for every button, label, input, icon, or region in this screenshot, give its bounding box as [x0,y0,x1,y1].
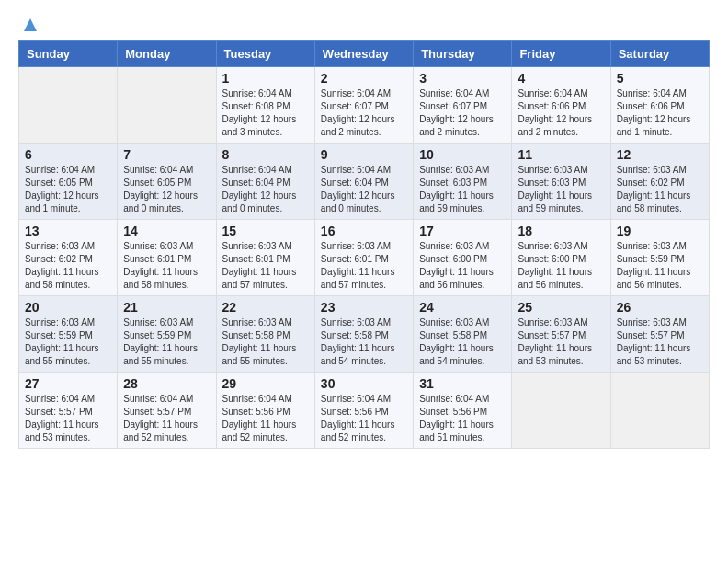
calendar-cell: 28Sunrise: 6:04 AM Sunset: 5:57 PM Dayli… [118,373,216,449]
day-number: 12 [617,147,703,162]
day-info: Sunrise: 6:04 AM Sunset: 5:56 PM Dayligh… [321,393,407,444]
day-info: Sunrise: 6:03 AM Sunset: 5:59 PM Dayligh… [123,316,210,368]
calendar-cell: 6Sunrise: 6:04 AM Sunset: 6:05 PM Daylig… [19,144,118,220]
calendar-cell [19,67,118,144]
day-info: Sunrise: 6:04 AM Sunset: 5:56 PM Dayligh… [222,393,309,444]
day-info: Sunrise: 6:04 AM Sunset: 6:05 PM Dayligh… [25,164,111,215]
calendar-cell: 2Sunrise: 6:04 AM Sunset: 6:07 PM Daylig… [314,67,413,144]
calendar-week-row: 20Sunrise: 6:03 AM Sunset: 5:59 PM Dayli… [19,296,710,373]
day-info: Sunrise: 6:03 AM Sunset: 5:57 PM Dayligh… [617,316,703,368]
day-info: Sunrise: 6:03 AM Sunset: 6:03 PM Dayligh… [518,164,604,215]
day-number: 22 [222,300,309,315]
day-number: 8 [222,147,309,162]
day-number: 18 [518,224,604,238]
day-info: Sunrise: 6:04 AM Sunset: 6:04 PM Dayligh… [222,164,309,215]
day-info: Sunrise: 6:04 AM Sunset: 6:08 PM Dayligh… [222,87,309,139]
logo [18,18,40,31]
svg-marker-0 [24,18,37,31]
calendar-cell: 15Sunrise: 6:03 AM Sunset: 6:01 PM Dayli… [216,220,314,296]
day-info: Sunrise: 6:03 AM Sunset: 5:59 PM Dayligh… [617,240,703,292]
calendar-cell: 18Sunrise: 6:03 AM Sunset: 6:00 PM Dayli… [512,220,610,296]
calendar-cell: 10Sunrise: 6:03 AM Sunset: 6:03 PM Dayli… [414,144,512,220]
header-saturday: Saturday [610,41,709,67]
day-info: Sunrise: 6:04 AM Sunset: 6:06 PM Dayligh… [617,87,703,139]
day-number: 6 [25,147,111,162]
calendar-week-row: 1Sunrise: 6:04 AM Sunset: 6:08 PM Daylig… [19,67,710,144]
calendar-cell: 12Sunrise: 6:03 AM Sunset: 6:02 PM Dayli… [610,144,709,220]
day-number: 21 [123,300,210,315]
calendar-cell: 1Sunrise: 6:04 AM Sunset: 6:08 PM Daylig… [216,67,314,144]
day-number: 19 [617,224,703,238]
calendar-cell: 4Sunrise: 6:04 AM Sunset: 6:06 PM Daylig… [512,67,610,144]
logo-arrow-icon [20,15,40,35]
calendar-cell: 14Sunrise: 6:03 AM Sunset: 6:01 PM Dayli… [118,220,216,296]
day-number: 23 [321,300,407,315]
day-number: 4 [518,71,604,86]
day-number: 9 [321,147,407,162]
calendar-cell: 16Sunrise: 6:03 AM Sunset: 6:01 PM Dayli… [314,220,413,296]
calendar-cell: 9Sunrise: 6:04 AM Sunset: 6:04 PM Daylig… [314,144,413,220]
day-number: 29 [222,376,309,391]
day-info: Sunrise: 6:03 AM Sunset: 6:02 PM Dayligh… [25,240,111,292]
calendar-cell [118,67,216,144]
day-number: 17 [419,224,506,238]
day-info: Sunrise: 6:04 AM Sunset: 6:06 PM Dayligh… [518,87,604,139]
day-number: 27 [25,376,111,391]
day-number: 13 [25,224,111,238]
header-sunday: Sunday [19,41,118,67]
calendar-cell: 11Sunrise: 6:03 AM Sunset: 6:03 PM Dayli… [512,144,610,220]
calendar-cell: 22Sunrise: 6:03 AM Sunset: 5:58 PM Dayli… [216,296,314,373]
day-number: 7 [123,147,210,162]
day-number: 30 [321,376,407,391]
day-number: 16 [321,224,407,238]
calendar-cell: 3Sunrise: 6:04 AM Sunset: 6:07 PM Daylig… [414,67,512,144]
day-info: Sunrise: 6:04 AM Sunset: 6:05 PM Dayligh… [123,164,210,215]
calendar-cell [610,373,709,449]
day-info: Sunrise: 6:03 AM Sunset: 6:00 PM Dayligh… [518,240,604,292]
day-info: Sunrise: 6:03 AM Sunset: 5:58 PM Dayligh… [321,316,407,368]
calendar-cell: 23Sunrise: 6:03 AM Sunset: 5:58 PM Dayli… [314,296,413,373]
day-number: 24 [419,300,506,315]
calendar-cell: 24Sunrise: 6:03 AM Sunset: 5:58 PM Dayli… [414,296,512,373]
day-info: Sunrise: 6:04 AM Sunset: 5:57 PM Dayligh… [123,393,210,444]
day-number: 1 [222,71,309,86]
day-number: 14 [123,224,210,238]
day-number: 3 [419,71,506,86]
day-info: Sunrise: 6:03 AM Sunset: 5:58 PM Dayligh… [222,316,309,368]
calendar-cell: 8Sunrise: 6:04 AM Sunset: 6:04 PM Daylig… [216,144,314,220]
header-monday: Monday [118,41,216,67]
day-number: 5 [617,71,703,86]
calendar-cell: 29Sunrise: 6:04 AM Sunset: 5:56 PM Dayli… [216,373,314,449]
calendar-cell: 30Sunrise: 6:04 AM Sunset: 5:56 PM Dayli… [314,373,413,449]
calendar-cell: 5Sunrise: 6:04 AM Sunset: 6:06 PM Daylig… [610,67,709,144]
header-thursday: Thursday [414,41,512,67]
header-friday: Friday [512,41,610,67]
day-number: 2 [321,71,407,86]
day-number: 31 [419,376,506,391]
day-info: Sunrise: 6:03 AM Sunset: 5:58 PM Dayligh… [419,316,506,368]
calendar-table: Sunday Monday Tuesday Wednesday Thursday… [18,40,710,449]
weekday-header-row: Sunday Monday Tuesday Wednesday Thursday… [19,41,710,67]
day-info: Sunrise: 6:04 AM Sunset: 5:57 PM Dayligh… [25,393,111,444]
calendar-cell: 21Sunrise: 6:03 AM Sunset: 5:59 PM Dayli… [118,296,216,373]
day-info: Sunrise: 6:03 AM Sunset: 6:02 PM Dayligh… [617,164,703,215]
day-info: Sunrise: 6:04 AM Sunset: 6:07 PM Dayligh… [321,87,407,139]
page-header [18,18,710,31]
calendar-week-row: 6Sunrise: 6:04 AM Sunset: 6:05 PM Daylig… [19,144,710,220]
day-info: Sunrise: 6:03 AM Sunset: 5:59 PM Dayligh… [25,316,111,368]
day-number: 25 [518,300,604,315]
calendar-cell: 17Sunrise: 6:03 AM Sunset: 6:00 PM Dayli… [414,220,512,296]
day-info: Sunrise: 6:03 AM Sunset: 6:01 PM Dayligh… [321,240,407,292]
day-info: Sunrise: 6:03 AM Sunset: 6:01 PM Dayligh… [123,240,210,292]
day-number: 28 [123,376,210,391]
day-info: Sunrise: 6:03 AM Sunset: 5:57 PM Dayligh… [518,316,604,368]
day-info: Sunrise: 6:04 AM Sunset: 6:07 PM Dayligh… [419,87,506,139]
day-number: 10 [419,147,506,162]
day-info: Sunrise: 6:03 AM Sunset: 6:01 PM Dayligh… [222,240,309,292]
calendar-week-row: 27Sunrise: 6:04 AM Sunset: 5:57 PM Dayli… [19,373,710,449]
day-number: 15 [222,224,309,238]
calendar-cell: 26Sunrise: 6:03 AM Sunset: 5:57 PM Dayli… [610,296,709,373]
day-number: 20 [25,300,111,315]
calendar-cell: 25Sunrise: 6:03 AM Sunset: 5:57 PM Dayli… [512,296,610,373]
day-info: Sunrise: 6:03 AM Sunset: 6:03 PM Dayligh… [419,164,506,215]
